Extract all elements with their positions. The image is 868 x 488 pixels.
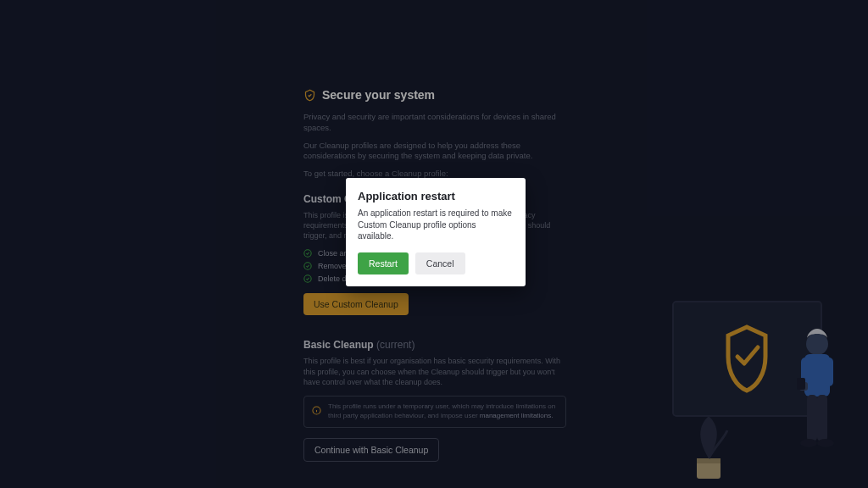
- modal-body: An application restart is required to ma…: [358, 208, 514, 242]
- restart-modal: Application restart An application resta…: [346, 178, 526, 286]
- modal-actions: Restart Cancel: [358, 252, 514, 274]
- cancel-button[interactable]: Cancel: [415, 252, 465, 274]
- restart-button[interactable]: Restart: [358, 252, 409, 274]
- modal-title: Application restart: [358, 190, 514, 202]
